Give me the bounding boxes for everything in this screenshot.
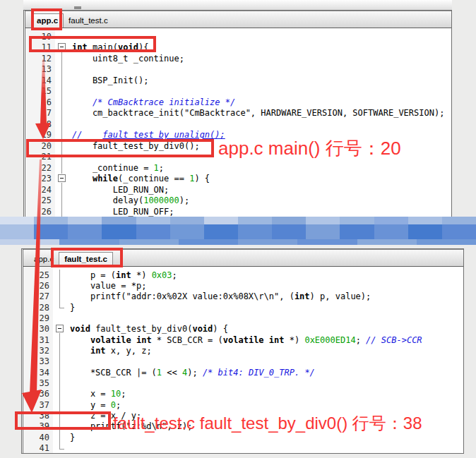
code-text: } — [67, 433, 75, 442]
line-number: 40 — [23, 432, 53, 442]
line-number: 10 — [25, 31, 55, 42]
fold-margin — [55, 86, 69, 97]
fold-margin — [55, 195, 69, 207]
line-number: 30 — [23, 324, 53, 335]
fold-margin — [53, 410, 67, 421]
line-number: 35 — [23, 378, 53, 388]
fold-collapse-icon[interactable] — [55, 42, 69, 54]
line-number: 33 — [23, 356, 53, 367]
fold-margin — [55, 31, 69, 42]
code-text: fault_test_by_div0(); — [69, 141, 200, 151]
line-number: 38 — [23, 410, 53, 421]
line-number: 20 — [25, 140, 55, 152]
tab-fault-test-c-bottom[interactable]: fault_test.c — [59, 252, 113, 266]
line-number: 25 — [23, 270, 53, 280]
fold-margin — [53, 367, 67, 378]
code-line-31: 31 volatile int * SCB_CCR = (volatile in… — [23, 335, 463, 345]
line-number: 23 — [25, 174, 55, 185]
fold-margin — [55, 53, 69, 64]
fold-margin — [53, 442, 67, 453]
code-text: LED_RUN_ON; — [69, 185, 169, 195]
fold-collapse-icon[interactable] — [53, 324, 67, 335]
line-number: 34 — [23, 367, 53, 378]
divider-row — [0, 224, 476, 239]
code-text: value = *p; — [67, 281, 146, 291]
editor-workspace: app.c fault_test.c 1011int main(void){12… — [0, 0, 476, 458]
tab-fault-test-c[interactable]: fault_test.c — [64, 14, 113, 28]
code-text: uint8_t _continue; — [69, 54, 184, 64]
fold-margin — [55, 119, 69, 130]
line-number: 31 — [23, 335, 53, 345]
code-line-13: 13 — [25, 64, 451, 76]
fold-margin — [53, 432, 67, 442]
divider-row — [0, 239, 476, 245]
fold-margin — [53, 356, 67, 367]
tab-app-c-bottom[interactable]: app.c — [29, 253, 59, 266]
line-number: 13 — [25, 64, 55, 76]
code-line-18: 18 — [25, 119, 451, 130]
code-text: BSP_Init(); — [69, 76, 148, 85]
line-number: 27 — [23, 291, 53, 302]
annotation-note-line-20: app.c main() 行号：20 — [218, 136, 401, 161]
line-number: 25 — [25, 195, 55, 207]
line-number: 32 — [23, 345, 53, 356]
code-text: x = 10; — [67, 389, 126, 399]
code-editor-app-c[interactable]: 1011int main(void){12 uint8_t _continue;… — [25, 28, 451, 219]
line-number: 41 — [23, 442, 53, 453]
line-number: 22 — [25, 162, 55, 174]
code-text: printf("addr:0x%02X value:0x%08X\r\n", (… — [67, 291, 371, 301]
code-text: LED_RUN_OFF; — [69, 207, 174, 217]
fold-margin — [55, 64, 69, 76]
code-line-36: 36 x = 10; — [23, 389, 463, 399]
code-text: // fault_test_by_unalign(); — [69, 130, 225, 140]
code-line-28: 28} — [23, 302, 463, 313]
divider-row — [0, 217, 476, 224]
fold-margin — [53, 313, 67, 323]
line-number: 17 — [25, 108, 55, 119]
fold-margin — [55, 140, 69, 152]
code-text: int main(void){ — [69, 42, 148, 52]
line-number: 18 — [25, 119, 55, 130]
code-text: void fault_test_by_div0(void) { — [67, 324, 228, 334]
code-line-25: 25 p = (int *) 0x03; — [23, 270, 463, 280]
code-text: cm_backtrace_init("CmBacktrace", HARDWAR… — [69, 108, 444, 118]
line-number: 24 — [25, 184, 55, 195]
line-number: 37 — [23, 399, 53, 410]
fold-margin — [53, 421, 67, 432]
fold-margin — [53, 291, 67, 302]
code-line-15: 15 — [25, 86, 451, 97]
tab-app-c[interactable]: app.c — [31, 13, 64, 28]
annotation-note-line-38: fault_test.c fault_test_by_div0() 行号：38 — [113, 412, 422, 435]
code-line-29: 29 — [23, 313, 463, 323]
fold-collapse-icon[interactable] — [55, 174, 69, 185]
fold-margin — [55, 97, 69, 108]
code-text: } — [67, 303, 75, 313]
fold-margin — [55, 152, 69, 163]
line-number: 29 — [23, 313, 53, 323]
tab-bar-top: app.c fault_test.c — [25, 11, 451, 28]
code-text: y = 0; — [67, 400, 121, 410]
splitter-handle[interactable] — [74, 6, 81, 9]
code-line-32: 32 int x, y, z; — [23, 345, 463, 356]
blurred-divider-band — [0, 217, 476, 245]
code-line-11: 11int main(void){ — [25, 42, 451, 54]
editor-window-app-c: app.c fault_test.c 1011int main(void){12… — [23, 10, 452, 219]
fold-margin — [55, 184, 69, 195]
line-number: 11 — [25, 42, 55, 54]
fold-margin — [53, 280, 67, 291]
code-text: /* CmBacktrace initialize */ — [69, 97, 235, 107]
line-number: 21 — [25, 152, 55, 163]
line-number: 28 — [23, 302, 53, 313]
fold-margin — [55, 75, 69, 86]
code-line-12: 12 uint8_t _continue; — [25, 53, 451, 64]
code-line-16: 16 /* CmBacktrace initialize */ — [25, 97, 451, 108]
code-text: *SCB_CCR |= (1 << 4); /* bit4: DIV_0_TRP… — [67, 368, 315, 378]
fold-margin — [55, 108, 69, 119]
code-text: p = (int *) 0x03; — [67, 270, 177, 280]
fold-margin — [55, 206, 69, 217]
code-line-41: 41 — [23, 442, 463, 453]
fold-margin — [55, 162, 69, 174]
code-line-35: 35 — [23, 378, 463, 388]
code-line-17: 17 cm_backtrace_init("CmBacktrace", HARD… — [25, 108, 451, 119]
line-number: 36 — [23, 389, 53, 399]
